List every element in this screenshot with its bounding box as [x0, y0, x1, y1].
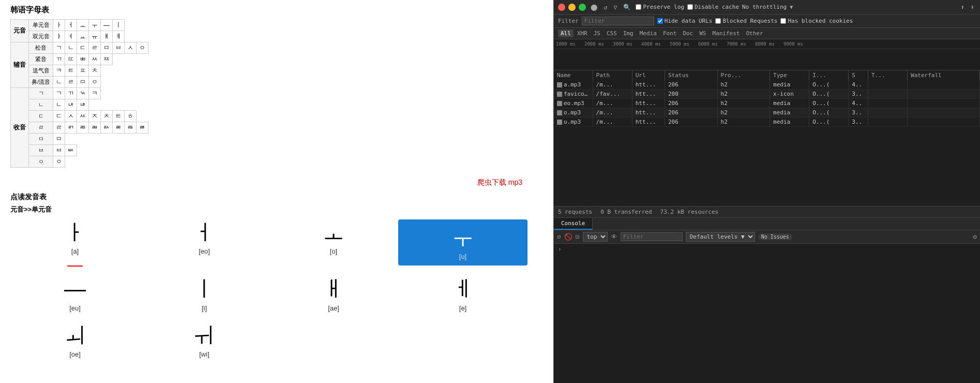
phonetic-cell-i[interactable]: ㅣ [i] — [140, 276, 269, 312]
context-icon[interactable]: ⊡ — [576, 233, 580, 241]
cell-name: eo.mp3 — [554, 99, 593, 108]
col-waterfall[interactable]: Waterfall — [908, 70, 980, 80]
filter-icon[interactable]: ▽ — [612, 3, 619, 12]
col-name[interactable]: Name — [554, 70, 593, 80]
cell-s: 3.. — [849, 117, 868, 127]
gear-icon[interactable]: ⚙ — [973, 233, 977, 241]
console-tabs: Console — [554, 217, 980, 230]
download-icon[interactable]: ⬇ — [969, 3, 976, 12]
table-row[interactable]: u.mp3 /m... htt... 206 h2 media O...( 3.… — [554, 117, 980, 127]
tab-img[interactable]: Img — [621, 30, 636, 37]
blocked-cookies-checkbox[interactable] — [780, 18, 786, 24]
tab-xhr[interactable]: XHR — [575, 30, 590, 37]
phonetic-char-eu: — — [64, 276, 86, 302]
phonetic-cell-wi[interactable]: ㅟ [wi] — [140, 322, 269, 358]
cell-path: /m... — [593, 117, 632, 127]
console-filter-input[interactable] — [621, 232, 683, 241]
ruler-7000: 7000 ms — [727, 41, 755, 47]
table-row[interactable]: o.mp3 /m... htt... 206 h2 media O...( 3.… — [554, 108, 980, 117]
cell-proto: h2 — [717, 80, 770, 90]
phonetic-cell-eu[interactable]: — [eu] — [10, 276, 140, 312]
cell-type: media — [770, 80, 809, 90]
minimize-btn[interactable] — [568, 4, 576, 11]
eye-icon[interactable]: 👁 — [611, 233, 617, 241]
preserve-log-checkbox[interactable] — [636, 4, 641, 10]
phonetic-rom-a: [a] — [71, 247, 79, 255]
tab-manifest[interactable]: Manifest — [710, 30, 743, 37]
sub-header-b: ㅂ — [29, 145, 53, 156]
type-tabs-row: All XHR JS CSS Img Media Font Doc WS Man… — [554, 28, 980, 39]
level-select[interactable]: Default levels ▼ — [686, 232, 755, 242]
sub-header-d: ㄷ — [29, 111, 53, 122]
maximize-btn[interactable] — [579, 4, 586, 11]
cell-url: htt... — [632, 80, 665, 90]
col-path[interactable]: Path — [593, 70, 632, 80]
col-s[interactable]: S — [849, 70, 868, 80]
transferred-size: 0 B transferred — [600, 209, 652, 215]
cell-waterfall — [908, 117, 980, 127]
phonetic-cell-eo[interactable]: ㅓ [eo] — [140, 219, 269, 266]
disable-cache-checkbox[interactable] — [687, 4, 693, 10]
cell-type: media — [770, 117, 809, 127]
col-i[interactable]: I... — [809, 70, 849, 80]
tab-font[interactable]: Font — [660, 30, 680, 37]
phonetic-char-eo: ㅓ — [193, 219, 215, 245]
throttle-dropdown-icon[interactable]: ▼ — [790, 4, 793, 10]
phonetic-cell-u[interactable]: ㅜ [u] — [398, 219, 527, 266]
filter-input[interactable] — [582, 17, 654, 25]
ruler-2000: 2000 ms — [584, 41, 613, 47]
hide-data-urls-checkbox[interactable] — [657, 18, 663, 24]
table-header-row: Name Path Url Status Pro... Type I... S … — [554, 70, 980, 80]
cell-name: a.mp3 — [554, 80, 593, 90]
cell-proto: h2 — [717, 108, 770, 117]
col-status[interactable]: Status — [665, 70, 717, 80]
tab-all[interactable]: All — [558, 30, 574, 37]
tab-css[interactable]: CSS — [604, 30, 620, 37]
phonetic-rom-wi: [wi] — [199, 350, 209, 358]
stop-icon[interactable]: ⬤ — [589, 3, 599, 12]
table-row[interactable]: eo.mp3 /m... htt... 206 h2 media O...( 4… — [554, 99, 980, 108]
search-icon[interactable]: 🔍 — [622, 3, 632, 12]
console-stop-icon[interactable]: ⊘ — [557, 233, 561, 241]
timeline-ruler-labels: 1000 ms 2000 ms 3000 ms 4000 ms 5000 ms … — [554, 40, 814, 48]
row-header-consonant: 辅音 — [11, 42, 29, 88]
type-tabs: All XHR JS CSS Img Media Font Doc WS Man… — [558, 30, 766, 37]
upload-icon[interactable]: ⬆ — [959, 3, 966, 12]
col-url[interactable]: Url — [632, 70, 665, 80]
tab-media[interactable]: Media — [637, 30, 659, 37]
col-t[interactable]: T... — [868, 70, 908, 80]
tab-doc[interactable]: Doc — [680, 30, 696, 37]
blocked-requests-checkbox[interactable] — [715, 18, 721, 24]
phonetic-cell-oe[interactable]: ㅚ [oe] — [10, 322, 140, 358]
tab-console[interactable]: Console — [554, 218, 593, 230]
blocked-cookies-label: Has blocked cookies — [780, 18, 853, 24]
refresh-icon[interactable]: ↺ — [602, 3, 609, 12]
tab-ws[interactable]: WS — [697, 30, 708, 37]
table-row[interactable]: a.mp3 /m... htt... 206 h2 media O...( 4.… — [554, 80, 980, 90]
console-body[interactable]: › — [554, 244, 980, 384]
page-title: 韩语字母表 — [10, 5, 543, 15]
phonetic-cell-e[interactable]: ㅔ [e] — [398, 276, 527, 312]
phonetic-char-i: ㅣ — [193, 276, 215, 302]
tab-js[interactable]: JS — [591, 30, 603, 37]
console-clear-icon[interactable]: 🚫 — [564, 233, 572, 241]
phonetic-cell-ae[interactable]: ㅐ [ae] — [269, 276, 398, 312]
tab-other[interactable]: Other — [743, 30, 765, 37]
close-btn[interactable] — [558, 4, 565, 11]
blocked-requests-label: Blocked Requests — [715, 18, 777, 24]
network-table: Name Path Url Status Pro... Type I... S … — [554, 70, 980, 127]
crawl-label[interactable]: 爬虫下载 mp3 — [10, 178, 543, 187]
phonetic-rom-eu: [eu] — [69, 304, 81, 312]
sub-header-r: ㄹ — [29, 122, 53, 134]
cell-path: /m... — [593, 108, 632, 117]
network-table-container[interactable]: Name Path Url Status Pro... Type I... S … — [554, 70, 980, 206]
cell-status: 206 — [665, 99, 717, 108]
cell-i: O...( — [809, 108, 849, 117]
context-select[interactable]: top — [583, 232, 608, 242]
phonetic-cell-a[interactable]: ㅏ [a] — [10, 219, 140, 266]
sub-header-n: ㄴ — [29, 99, 53, 111]
col-type[interactable]: Type — [770, 70, 809, 80]
phonetic-cell-o[interactable]: ㅗ [o] — [269, 219, 398, 266]
table-row[interactable]: favicon.ico /fav... htt... 200 h2 x-icon… — [554, 90, 980, 99]
col-proto[interactable]: Pro... — [717, 70, 770, 80]
